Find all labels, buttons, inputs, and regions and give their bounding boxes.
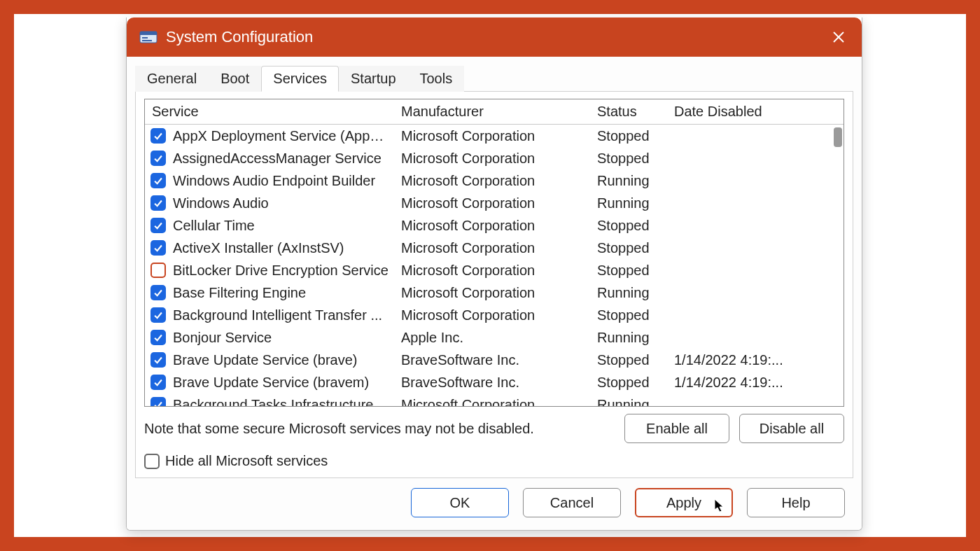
apply-button[interactable]: Apply — [635, 488, 733, 517]
disable-all-button[interactable]: Disable all — [739, 414, 844, 443]
service-row[interactable]: Brave Update Service (bravem)BraveSoftwa… — [145, 371, 844, 393]
tab-tools[interactable]: Tools — [408, 66, 465, 92]
service-status: Stopped — [593, 240, 670, 256]
help-button[interactable]: Help — [747, 488, 845, 517]
service-manufacturer: Microsoft Corporation — [397, 240, 593, 256]
service-manufacturer: Microsoft Corporation — [397, 195, 593, 211]
cancel-button[interactable]: Cancel — [523, 488, 621, 517]
service-checkbox[interactable] — [150, 195, 166, 211]
service-name: Brave Update Service (brave) — [173, 352, 357, 368]
column-header-date-disabled[interactable]: Date Disabled — [670, 104, 844, 120]
window-title: System Configuration — [166, 28, 313, 46]
service-manufacturer: Microsoft Corporation — [397, 218, 593, 234]
service-checkbox[interactable] — [150, 307, 166, 323]
ok-button[interactable]: OK — [411, 488, 509, 517]
column-header-manufacturer[interactable]: Manufacturer — [397, 104, 593, 120]
apply-button-label: Apply — [666, 495, 701, 511]
service-name: Brave Update Service (bravem) — [173, 375, 369, 391]
service-row[interactable]: AppX Deployment Service (AppX...Microsof… — [145, 125, 844, 147]
service-status: Running — [593, 173, 670, 189]
service-manufacturer: Microsoft Corporation — [397, 173, 593, 189]
cursor-icon — [715, 499, 726, 513]
service-status: Stopped — [593, 352, 670, 368]
service-row[interactable]: Cellular TimeMicrosoft CorporationStoppe… — [145, 214, 844, 237]
services-pane: Service Manufacturer Status Date Disable… — [135, 92, 853, 478]
service-name: Background Intelligent Transfer ... — [173, 307, 382, 323]
service-manufacturer: Microsoft Corporation — [397, 397, 593, 407]
hide-ms-services-checkbox[interactable] — [144, 454, 160, 469]
service-manufacturer: Microsoft Corporation — [397, 285, 593, 301]
service-row[interactable]: Brave Update Service (brave)BraveSoftwar… — [145, 349, 844, 371]
service-row[interactable]: BitLocker Drive Encryption ServiceMicros… — [145, 259, 844, 281]
service-row[interactable]: Windows Audio Endpoint BuilderMicrosoft … — [145, 169, 844, 192]
close-button[interactable] — [828, 27, 849, 48]
note-text: Note that some secure Microsoft services… — [144, 421, 615, 437]
service-status: Running — [593, 195, 670, 211]
list-header: Service Manufacturer Status Date Disable… — [145, 99, 844, 125]
service-name: Base Filtering Engine — [173, 285, 306, 301]
service-name: Background Tasks Infrastructure — [173, 397, 373, 407]
service-manufacturer: Microsoft Corporation — [397, 151, 593, 167]
service-manufacturer: Microsoft Corporation — [397, 307, 593, 323]
service-manufacturer: Apple Inc. — [397, 330, 593, 346]
service-manufacturer: Microsoft Corporation — [397, 263, 593, 279]
service-name: ActiveX Installer (AxInstSV) — [173, 240, 344, 256]
service-checkbox[interactable] — [150, 240, 166, 256]
service-checkbox[interactable] — [150, 128, 166, 144]
system-configuration-dialog: System Configuration GeneralBootServices… — [126, 18, 862, 531]
service-manufacturer: BraveSoftware Inc. — [397, 352, 593, 368]
service-row[interactable]: ActiveX Installer (AxInstSV)Microsoft Co… — [145, 237, 844, 259]
service-checkbox[interactable] — [150, 397, 166, 406]
service-status: Stopped — [593, 151, 670, 167]
svg-rect-3 — [142, 40, 152, 41]
tab-general[interactable]: General — [135, 66, 209, 92]
service-checkbox[interactable] — [150, 285, 166, 300]
service-checkbox[interactable] — [150, 151, 166, 166]
service-name: Bonjour Service — [173, 330, 272, 346]
svg-marker-6 — [715, 499, 723, 512]
service-status: Running — [593, 285, 670, 301]
tab-strip: GeneralBootServicesStartupTools — [135, 64, 853, 92]
tab-services[interactable]: Services — [261, 66, 339, 92]
service-row[interactable]: Background Intelligent Transfer ...Micro… — [145, 304, 844, 326]
service-row[interactable]: Bonjour ServiceApple Inc.Running — [145, 326, 844, 349]
service-date-disabled: 1/14/2022 4:19:... — [670, 352, 844, 368]
column-header-status[interactable]: Status — [593, 104, 670, 120]
service-status: Stopped — [593, 218, 670, 234]
service-manufacturer: BraveSoftware Inc. — [397, 375, 593, 391]
service-checkbox[interactable] — [150, 218, 166, 233]
service-status: Stopped — [593, 375, 670, 391]
hide-ms-services-label: Hide all Microsoft services — [165, 453, 328, 469]
svg-rect-2 — [142, 37, 148, 39]
service-status: Running — [593, 330, 670, 346]
service-name: AppX Deployment Service (AppX... — [173, 128, 390, 144]
titlebar: System Configuration — [127, 18, 862, 57]
service-row[interactable]: AssignedAccessManager ServiceMicrosoft C… — [145, 147, 844, 169]
tab-boot[interactable]: Boot — [209, 66, 261, 92]
dialog-footer: OK Cancel Apply Help — [135, 478, 853, 520]
service-status: Stopped — [593, 128, 670, 144]
service-status: Stopped — [593, 263, 670, 279]
service-row[interactable]: Background Tasks InfrastructureMicrosoft… — [145, 393, 844, 406]
scrollbar-thumb[interactable] — [834, 127, 842, 147]
service-name: Windows Audio Endpoint Builder — [173, 173, 375, 189]
service-manufacturer: Microsoft Corporation — [397, 128, 593, 144]
enable-all-button[interactable]: Enable all — [624, 414, 729, 443]
svg-rect-1 — [140, 32, 157, 35]
service-row[interactable]: Windows AudioMicrosoft CorporationRunnin… — [145, 192, 844, 214]
column-header-service[interactable]: Service — [145, 104, 397, 120]
service-name: BitLocker Drive Encryption Service — [173, 263, 388, 279]
service-checkbox[interactable] — [150, 263, 166, 278]
service-name: Windows Audio — [173, 195, 269, 211]
service-checkbox[interactable] — [150, 173, 166, 188]
service-name: AssignedAccessManager Service — [173, 151, 382, 167]
tab-startup[interactable]: Startup — [339, 66, 407, 92]
service-checkbox[interactable] — [150, 330, 166, 345]
services-listbox[interactable]: Service Manufacturer Status Date Disable… — [144, 99, 844, 407]
service-checkbox[interactable] — [150, 375, 166, 390]
service-name: Cellular Time — [173, 218, 255, 234]
service-date-disabled: 1/14/2022 4:19:... — [670, 375, 844, 391]
service-checkbox[interactable] — [150, 352, 166, 368]
msconfig-icon — [139, 29, 158, 45]
service-row[interactable]: Base Filtering EngineMicrosoft Corporati… — [145, 281, 844, 304]
